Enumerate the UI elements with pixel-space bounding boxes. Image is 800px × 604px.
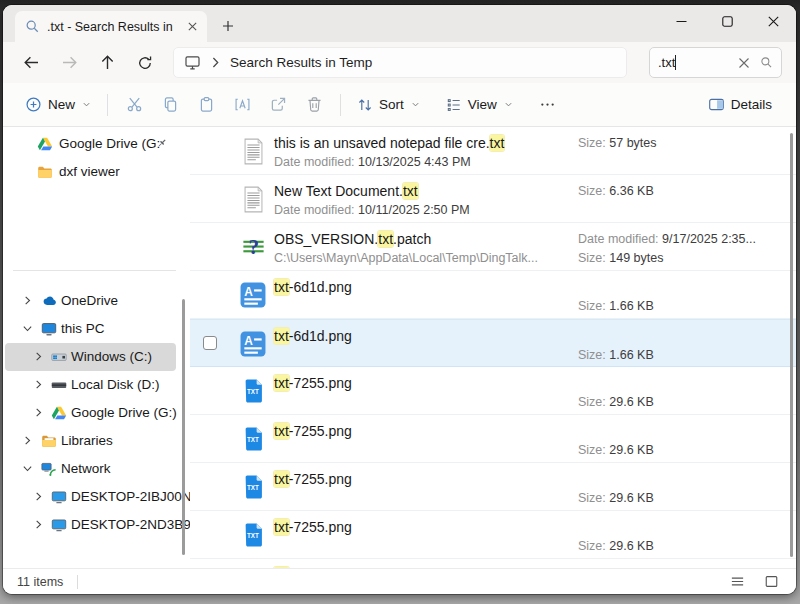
navigation-pane: Google Drive (G:dxf viewer OneDrivethis … bbox=[3, 127, 190, 568]
sidebar-item-label: dxf viewer bbox=[59, 164, 120, 180]
google-drive-icon bbox=[37, 136, 53, 152]
folder-icon bbox=[37, 164, 53, 180]
chevron-right-icon[interactable] bbox=[33, 491, 45, 503]
rename-button[interactable] bbox=[227, 89, 257, 121]
cut-button[interactable] bbox=[119, 89, 149, 121]
sidebar-item-desktop-2ibj00n[interactable]: DESKTOP-2IBJ00N bbox=[5, 483, 176, 511]
file-list-scrollbar[interactable] bbox=[790, 133, 793, 557]
file-row[interactable]: TXTtxt-7255.pngSize: 29.6 KB bbox=[190, 559, 796, 568]
file-right-line1: Date modified: 9/17/2025 2:35... bbox=[578, 232, 756, 246]
disk-drive-icon bbox=[51, 377, 67, 393]
chevron-down-icon bbox=[82, 100, 91, 109]
tab-close-icon[interactable] bbox=[183, 18, 201, 36]
txt-image-icon: TXT bbox=[239, 473, 267, 501]
network-icon bbox=[41, 461, 57, 477]
more-options-button[interactable] bbox=[533, 89, 563, 121]
sort-button[interactable]: Sort bbox=[349, 91, 428, 119]
chevron-right-icon[interactable] bbox=[22, 295, 34, 307]
chevron-down-icon[interactable] bbox=[22, 323, 34, 335]
file-row[interactable]: ?OBS_VERSION.txt.patch C:\Users\Mayn\App… bbox=[190, 223, 796, 271]
maximize-button[interactable] bbox=[704, 5, 750, 38]
item-count: 11 items bbox=[17, 575, 63, 589]
forward-button[interactable] bbox=[51, 47, 87, 79]
search-submit-icon[interactable] bbox=[760, 56, 773, 69]
sidebar-scrollbar[interactable] bbox=[182, 299, 185, 555]
chevron-right-icon[interactable] bbox=[33, 407, 45, 419]
breadcrumb-path[interactable]: Search Results in Temp bbox=[230, 55, 372, 70]
sidebar-item-google-drive-g[interactable]: Google Drive (G:) bbox=[5, 399, 176, 427]
svg-text:TXT: TXT bbox=[246, 484, 258, 491]
back-button[interactable] bbox=[13, 47, 49, 79]
file-name: txt-7255.png bbox=[274, 566, 352, 568]
minimize-button[interactable] bbox=[658, 5, 704, 38]
chevron-right-icon[interactable] bbox=[22, 435, 34, 447]
sidebar-item-local-disk-d[interactable]: Local Disk (D:) bbox=[5, 371, 176, 399]
file-right-line2: Size: 149 bytes bbox=[578, 251, 664, 265]
txt-image-icon: TXT bbox=[239, 377, 267, 405]
address-bar[interactable]: Search Results in Temp bbox=[173, 47, 627, 78]
explorer-tab[interactable]: .txt - Search Results in T bbox=[15, 11, 207, 42]
sort-button-label: Sort bbox=[379, 97, 404, 112]
svg-text:TXT: TXT bbox=[246, 532, 258, 539]
breadcrumb-chevron-icon[interactable] bbox=[211, 56, 220, 69]
row-checkbox[interactable] bbox=[203, 336, 217, 350]
search-box[interactable]: .txt bbox=[649, 47, 782, 78]
file-row[interactable]: TXTtxt-7255.pngSize: 29.6 KB bbox=[190, 511, 796, 559]
sidebar-item-label: Google Drive (G:) bbox=[71, 405, 177, 421]
libraries-icon bbox=[41, 433, 57, 449]
clear-search-icon[interactable] bbox=[738, 57, 750, 69]
file-row[interactable]: TXTtxt-7255.pngSize: 29.6 KB bbox=[190, 367, 796, 415]
search-icon bbox=[25, 19, 40, 34]
sidebar-item-windows-c[interactable]: Windows (C:) bbox=[5, 343, 176, 371]
file-right-line1: Size: 57 bytes bbox=[578, 136, 657, 150]
chevron-down-icon[interactable] bbox=[22, 463, 34, 475]
chevron-right-icon[interactable] bbox=[33, 379, 45, 391]
search-value: .txt bbox=[658, 55, 675, 70]
details-view-icon[interactable] bbox=[726, 572, 748, 592]
text-cursor bbox=[675, 55, 676, 70]
file-row[interactable]: this is an unsaved notepad file cre.txtD… bbox=[190, 127, 796, 175]
sidebar-item-network[interactable]: Network bbox=[5, 455, 176, 483]
file-sub-line: Date modified: 10/13/2025 4:43 PM bbox=[274, 154, 471, 170]
sidebar-item-label: Local Disk (D:) bbox=[71, 377, 160, 393]
sidebar-item-dxf-viewer[interactable]: dxf viewer bbox=[5, 158, 176, 186]
refresh-button[interactable] bbox=[127, 47, 163, 79]
image-a-icon: A bbox=[239, 281, 267, 309]
file-name: OBS_VERSION.txt.patch bbox=[274, 230, 431, 249]
new-button[interactable]: New bbox=[17, 90, 99, 119]
svg-text:TXT: TXT bbox=[246, 436, 258, 443]
close-button[interactable] bbox=[750, 5, 796, 38]
paste-button[interactable] bbox=[191, 89, 221, 121]
sidebar-item-libraries[interactable]: Libraries bbox=[5, 427, 176, 455]
notepad-file-icon bbox=[239, 137, 267, 165]
view-button-label: View bbox=[468, 97, 497, 112]
copy-button[interactable] bbox=[155, 89, 185, 121]
file-row[interactable]: TXTtxt-7255.pngSize: 29.6 KB bbox=[190, 463, 796, 511]
view-button[interactable]: View bbox=[438, 91, 521, 119]
chevron-down-icon bbox=[504, 100, 513, 109]
file-row[interactable]: TXTtxt-7255.pngSize: 29.6 KB bbox=[190, 415, 796, 463]
file-row[interactable]: Atxt-6d1d.pngSize: 1.66 KB bbox=[190, 319, 796, 367]
file-row[interactable]: New Text Document.txtDate modified: 10/1… bbox=[190, 175, 796, 223]
toolbar-divider bbox=[107, 94, 108, 116]
share-button[interactable] bbox=[263, 89, 293, 121]
txt-image-icon: TXT bbox=[239, 521, 267, 549]
details-panel-icon bbox=[708, 96, 725, 113]
new-tab-button[interactable] bbox=[215, 13, 241, 39]
file-name: txt-7255.png bbox=[274, 518, 352, 537]
sidebar-item-onedrive[interactable]: OneDrive bbox=[5, 287, 176, 315]
details-pane-button[interactable]: Details bbox=[700, 90, 780, 119]
delete-button[interactable] bbox=[299, 89, 329, 121]
chevron-right-icon[interactable] bbox=[33, 351, 45, 363]
window-controls bbox=[658, 5, 796, 38]
sidebar-item-desktop-2nd3b9[interactable]: DESKTOP-2ND3B9 bbox=[5, 511, 176, 539]
file-sub-line: Date modified: 10/11/2025 2:50 PM bbox=[274, 202, 470, 218]
pin-icon bbox=[156, 137, 168, 149]
file-row[interactable]: Atxt-6d1d.pngSize: 1.66 KB bbox=[190, 271, 796, 319]
sidebar-item-this-pc[interactable]: this PC bbox=[5, 315, 176, 343]
toolbar-divider bbox=[340, 94, 341, 116]
chevron-right-icon[interactable] bbox=[33, 519, 45, 531]
up-button[interactable] bbox=[89, 47, 125, 79]
large-icons-view-icon[interactable] bbox=[760, 572, 782, 592]
sidebar-item-google-drive-g[interactable]: Google Drive (G: bbox=[5, 130, 176, 158]
